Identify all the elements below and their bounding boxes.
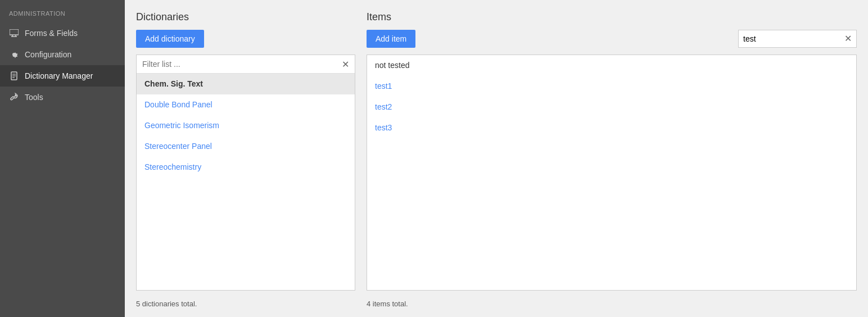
- sidebar-label-tools: Tools: [25, 93, 43, 102]
- monitor-icon: [9, 28, 19, 38]
- search-input[interactable]: [739, 32, 840, 46]
- items-title: Items: [367, 11, 857, 23]
- item-entry[interactable]: not tested: [367, 55, 856, 76]
- dictionaries-footer: 5 dictionaries total.: [136, 295, 355, 313]
- sidebar: ADMINISTRATION Forms & Fields Configurat…: [0, 0, 125, 317]
- item-entry[interactable]: test3: [367, 117, 856, 138]
- dictionaries-list-container: ✕ Chem. Sig. TextDouble Bond PanelGeomet…: [136, 55, 355, 291]
- main-content: Dictionaries Add dictionary ✕ Chem. Sig.…: [125, 0, 868, 317]
- sidebar-item-tools[interactable]: Tools: [0, 87, 125, 108]
- dictionaries-panel: Dictionaries Add dictionary ✕ Chem. Sig.…: [136, 11, 355, 291]
- items-toolbar: Add item ✕: [367, 30, 857, 48]
- sidebar-item-configuration[interactable]: Configuration: [0, 44, 125, 65]
- svg-rect-0: [10, 29, 19, 35]
- dictionary-item[interactable]: Double Bond Panel: [137, 94, 355, 115]
- add-item-button[interactable]: Add item: [367, 30, 415, 48]
- add-dictionary-button[interactable]: Add dictionary: [136, 30, 204, 48]
- search-box: ✕: [738, 30, 857, 48]
- items-list-container: not testedtest1test2test3: [367, 55, 857, 291]
- sidebar-item-dictionary-manager[interactable]: Dictionary Manager: [0, 65, 125, 87]
- items-list: not testedtest1test2test3: [367, 55, 856, 138]
- dictionary-item[interactable]: Stereochemistry: [137, 157, 355, 178]
- dictionaries-title: Dictionaries: [136, 11, 355, 23]
- items-panel: Items Add item ✕ not testedtest1test2tes…: [367, 11, 857, 291]
- search-clear-button[interactable]: ✕: [840, 32, 856, 46]
- sidebar-label-dictionary-manager: Dictionary Manager: [25, 71, 93, 80]
- gear-icon: [9, 49, 19, 60]
- dictionary-item[interactable]: Geometric Isomerism: [137, 115, 355, 136]
- dictionaries-list: Chem. Sig. TextDouble Bond PanelGeometri…: [137, 74, 355, 178]
- dictionary-item[interactable]: Stereocenter Panel: [137, 136, 355, 157]
- item-entry[interactable]: test2: [367, 97, 856, 117]
- dictionaries-toolbar: Add dictionary: [136, 30, 355, 48]
- filter-container: ✕: [137, 55, 355, 74]
- item-entry[interactable]: test1: [367, 76, 856, 97]
- dictionary-item[interactable]: Chem. Sig. Text: [137, 74, 355, 94]
- wrench-icon: [9, 92, 19, 102]
- book-icon: [9, 71, 19, 81]
- sidebar-label-forms-fields: Forms & Fields: [25, 29, 78, 38]
- sidebar-label-configuration: Configuration: [25, 50, 71, 59]
- filter-input[interactable]: [137, 55, 336, 73]
- panels-container: Dictionaries Add dictionary ✕ Chem. Sig.…: [125, 0, 868, 291]
- filter-clear-button[interactable]: ✕: [336, 57, 355, 72]
- sidebar-item-forms-fields[interactable]: Forms & Fields: [0, 22, 125, 44]
- admin-section-label: ADMINISTRATION: [0, 0, 125, 22]
- items-footer: 4 items total.: [367, 295, 857, 313]
